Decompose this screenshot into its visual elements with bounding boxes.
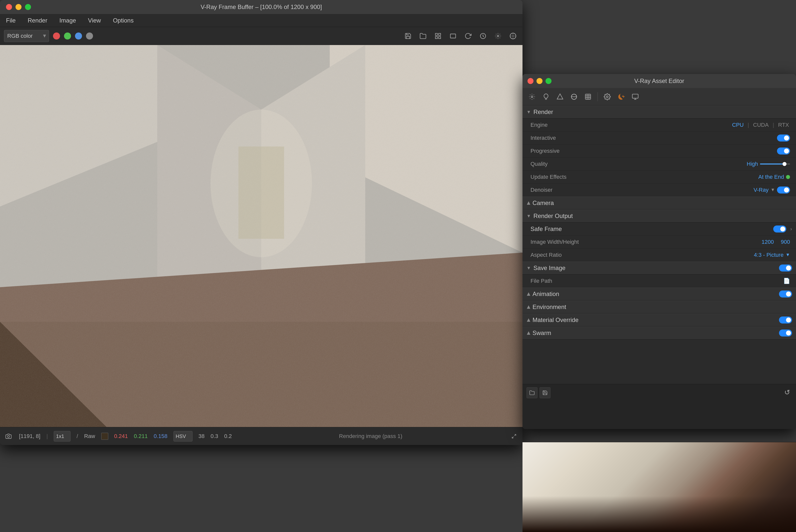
blue-channel-button[interactable] — [75, 33, 82, 39]
red-channel-button[interactable] — [53, 33, 60, 39]
render-status-message: Rendering image (pass 1) — [238, 433, 504, 439]
menu-file[interactable]: File — [4, 16, 18, 25]
quality-slider[interactable] — [760, 164, 790, 165]
vfb-titlebar: V-Ray Frame Buffer – [100.0% of 1200 x 9… — [0, 0, 523, 14]
svg-rect-2 — [436, 37, 437, 38]
open-image-icon[interactable] — [417, 31, 429, 41]
aspect-ratio-icon[interactable] — [448, 31, 458, 41]
animation-section-arrow: ▶ — [526, 292, 531, 296]
expand-statusbar-icon[interactable] — [510, 432, 518, 441]
ae-maximize-button[interactable] — [546, 78, 551, 84]
image-height-value[interactable]: 900 — [781, 239, 790, 245]
ae-render-layers-icon[interactable] — [630, 91, 641, 102]
lens-effects-icon[interactable] — [493, 31, 504, 41]
material-override-section-header[interactable]: ▶ Material Override — [523, 314, 796, 326]
ae-geometry-icon[interactable] — [554, 91, 566, 102]
green-channel-button[interactable] — [64, 33, 71, 39]
ae-save-file-icon[interactable] — [539, 387, 550, 398]
render-history-icon[interactable] — [477, 31, 489, 41]
material-override-toggle[interactable] — [779, 317, 792, 323]
safe-frame-expand-icon[interactable]: › — [788, 225, 794, 233]
swarm-section-header[interactable]: ▶ Swarm — [523, 326, 796, 340]
quality-slider-thumb — [782, 162, 786, 166]
color-correction-icon[interactable] — [508, 31, 518, 41]
animation-section-header[interactable]: ▶ Animation — [523, 287, 796, 301]
save-image-icon[interactable] — [402, 31, 414, 41]
render-section-header[interactable]: ▼ Render — [523, 106, 796, 118]
image-dimensions-row: Image Width/Height 1200 900 — [523, 235, 796, 248]
material-override-section-arrow: ▶ — [526, 318, 531, 322]
engine-row: Engine CPU | CUDA | RTX — [523, 118, 796, 132]
channel-selector-wrap: RGB color ▼ — [4, 30, 49, 42]
ae-close-button[interactable] — [528, 78, 533, 84]
close-button[interactable] — [6, 4, 12, 10]
svg-rect-0 — [436, 33, 437, 35]
channel-selector-wrap-status: HSV — [173, 431, 192, 441]
denoiser-dropdown-icon[interactable]: ▼ — [771, 187, 775, 192]
rtx-button[interactable]: RTX — [777, 121, 790, 129]
environment-section-header[interactable]: ▶ Environment — [523, 301, 796, 314]
ae-content-area[interactable]: ▼ Render Engine CPU | CUDA | RTX Interac… — [523, 106, 796, 384]
interactive-value — [777, 134, 790, 141]
ae-reset-icon[interactable]: ↺ — [782, 387, 792, 398]
statusbar-camera-icon[interactable] — [4, 432, 13, 441]
interactive-toggle[interactable] — [777, 134, 790, 141]
denoiser-row: Denoiser V-Ray ▼ — [523, 184, 796, 196]
zoom-selector-wrap: 1x1 — [54, 431, 71, 441]
animation-toggle[interactable] — [779, 290, 792, 298]
gray-channel-button[interactable] — [86, 33, 93, 39]
channel-select-status[interactable]: HSV — [173, 431, 192, 441]
progressive-row: Progressive — [523, 145, 796, 157]
denoiser-toggle[interactable] — [777, 187, 790, 193]
cuda-button[interactable]: CUDA — [752, 121, 770, 129]
vfb-toolbar: RGB color ▼ — [0, 27, 523, 45]
progressive-toggle[interactable] — [777, 148, 790, 154]
save-image-toggle[interactable] — [779, 265, 792, 271]
ae-lights-icon[interactable] — [541, 91, 551, 102]
minimize-button[interactable] — [16, 4, 21, 10]
hsv-v3: 0.2 — [224, 433, 232, 439]
safe-frame-toggle[interactable] — [773, 226, 786, 232]
material-override-section-title: Material Override — [532, 317, 579, 323]
camera-section-header[interactable]: ▶ Camera — [523, 196, 796, 209]
svg-rect-27 — [632, 94, 638, 98]
render-canvas — [0, 45, 523, 427]
svg-rect-4 — [451, 34, 456, 38]
render-output-section-arrow: ▼ — [527, 213, 531, 219]
filepath-browse-icon[interactable]: 📄 — [783, 278, 790, 284]
save-image-section-header[interactable]: ▼ Save Image — [523, 262, 796, 274]
ae-render-icon[interactable] — [616, 91, 627, 102]
channel-select[interactable]: RGB color — [4, 30, 49, 42]
maximize-button[interactable] — [25, 4, 31, 10]
swarm-toggle[interactable] — [779, 329, 792, 337]
aspect-ratio-value[interactable]: 4:3 - Picture ▼ — [754, 252, 790, 258]
menu-render[interactable]: Render — [26, 16, 50, 25]
ae-materials-icon[interactable] — [569, 91, 580, 102]
ae-render-settings-icon[interactable] — [527, 91, 537, 102]
hsv-v1: 38 — [198, 433, 205, 439]
value-red: 0.241 — [114, 433, 128, 439]
select-region-icon[interactable] — [433, 31, 443, 41]
menu-image[interactable]: Image — [57, 16, 78, 25]
svg-line-20 — [514, 434, 516, 436]
zoom-select[interactable]: 1x1 — [54, 431, 71, 441]
value-green: 0.211 — [134, 433, 148, 439]
ae-open-file-icon[interactable] — [527, 387, 537, 398]
ae-minimize-button[interactable] — [536, 78, 543, 84]
cpu-button[interactable]: CPU — [731, 121, 744, 129]
svg-point-22 — [531, 96, 533, 97]
traffic-lights — [6, 4, 31, 10]
safe-frame-row: Safe Frame › — [523, 223, 796, 235]
environment-section-title: Environment — [532, 304, 566, 310]
update-effects-row: Update Effects At the End — [523, 171, 796, 184]
render-output-section-header[interactable]: ▼ Render Output — [523, 209, 796, 223]
ae-textures-icon[interactable] — [583, 91, 593, 102]
image-width-value[interactable]: 1200 — [761, 239, 774, 245]
refresh-render-icon[interactable] — [462, 31, 474, 41]
asset-editor-window: V-Ray Asset Editor — [523, 74, 796, 429]
menu-view[interactable]: View — [86, 16, 103, 25]
svg-rect-18 — [0, 45, 523, 427]
ae-bottom-bar: ↺ — [523, 384, 796, 429]
ae-settings-icon[interactable] — [602, 91, 613, 102]
menu-options[interactable]: Options — [111, 16, 136, 25]
